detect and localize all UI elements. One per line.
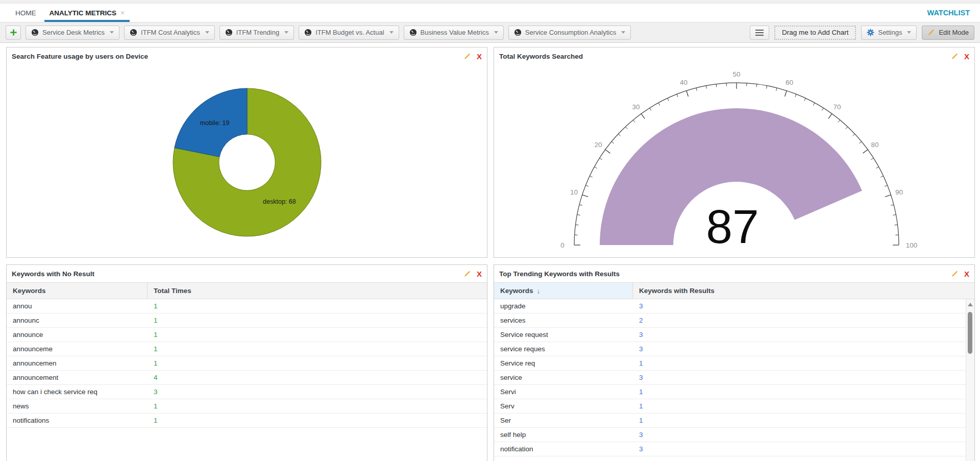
value-cell: 1 [148,317,164,324]
value-cell: 4 [148,374,164,381]
table-row[interactable]: notifications1 [7,414,487,428]
menu-label: Service Consumption Analytics [525,29,616,36]
column-header-total-times[interactable]: Total Times [148,283,198,299]
panel-title: Total Keywords Searched [499,53,583,60]
close-panel-icon[interactable]: X [964,53,969,60]
table-row[interactable]: Service request3 [494,328,974,342]
keyword-cell: Serv [494,402,633,410]
table-row[interactable]: upgrade3 [494,299,974,313]
close-panel-icon[interactable]: X [964,270,969,278]
table-header-row: Keywords Total Times [7,282,487,299]
value-cell: 1 [148,402,164,410]
svg-text:87: 87 [706,200,758,253]
menu-service-desk-metrics[interactable]: Service Desk Metrics [26,26,119,40]
close-panel-icon[interactable]: X [477,53,482,60]
table-row[interactable]: Ser1 [494,414,974,428]
table-row[interactable]: Servi1 [494,385,974,399]
table-row[interactable]: annou1 [7,299,487,313]
hamburger-icon [755,30,764,31]
table-header-row: Keywords ↓ Keywords with Results [494,282,974,299]
table-row[interactable]: services2 [494,313,974,328]
svg-text:60: 60 [786,79,793,86]
window-top-strip [0,0,980,4]
panel-title: Keywords with No Result [12,270,94,278]
menu-itfm-budget-vs-actual[interactable]: ITFM Budget vs. Actual [299,26,399,40]
panel-actions: X [951,270,969,278]
keyword-cell: Ser [494,417,633,424]
add-button[interactable] [6,26,21,40]
chevron-down-icon [205,31,209,34]
close-tab-icon[interactable]: × [120,9,125,17]
table-row[interactable]: announce1 [7,328,487,342]
watchlist-link[interactable]: WATCHLIST [927,9,970,17]
value-cell: 3 [633,374,649,381]
table-row[interactable]: notification3 [494,442,974,456]
value-cell: 2 [633,317,649,324]
edit-panel-icon[interactable] [463,270,471,278]
column-header-keywords-sorted[interactable]: Keywords ↓ [494,283,633,299]
table-row[interactable]: how can i check service req3 [7,385,487,399]
vertical-scrollbar[interactable] [966,299,974,461]
column-header-label: Keywords [500,287,533,295]
edit-panel-icon[interactable] [951,53,959,60]
table-row[interactable]: news1 [7,399,487,414]
drag-to-add-chart-handle[interactable]: Drag me to Add Chart [774,26,856,40]
gauge-icon [225,29,233,36]
value-cell: 1 [633,417,649,424]
table-row[interactable]: Service req1 [494,356,974,371]
tab-bar: HOME ANALYTIC METRICS × WATCHLIST [0,4,980,22]
svg-text:desktop: 68: desktop: 68 [263,198,296,205]
scrollbar-thumb[interactable] [968,312,972,354]
panel-actions: X [951,53,969,60]
value-cell: 1 [633,402,649,410]
table-row[interactable]: announcement4 [7,371,487,385]
close-panel-icon[interactable]: X [477,270,482,278]
table-body: annou1announc1announce1announceme1announ… [7,299,487,428]
value-cell: 1 [633,359,649,367]
sort-descending-icon: ↓ [537,287,541,295]
panel-title: Search Feature usage by users on Device [12,53,148,60]
svg-text:80: 80 [871,141,879,149]
column-header-keywords-with-results[interactable]: Keywords with Results [633,283,721,299]
toolbar-right-group: Drag me to Add Chart [750,26,974,40]
settings-button[interactable]: Settings [861,26,917,40]
keyword-cell: self help [494,431,633,439]
edit-panel-icon[interactable] [463,53,471,60]
table-row[interactable]: announcemen1 [7,356,487,371]
chevron-down-icon [110,31,114,34]
value-cell: 1 [148,345,164,353]
svg-text:70: 70 [833,103,841,111]
value-cell: 1 [633,388,649,396]
scroll-up-arrow-icon[interactable] [968,303,973,306]
tab-analytic-metrics[interactable]: ANALYTIC METRICS × [44,4,130,22]
table-row[interactable]: service3 [494,371,974,385]
table-row[interactable]: service reques3 [494,342,974,356]
panel-keywords-no-result: Keywords with No Result X Keywords Total… [6,264,487,461]
svg-text:mobile: 19: mobile: 19 [200,119,230,127]
menu-label: ITFM Cost Analytics [141,29,200,36]
menu-service-consumption-analytics[interactable]: Service Consumption Analytics [508,26,631,40]
keyword-cell: Service req [494,359,633,367]
table-row[interactable]: Serv1 [494,399,974,414]
menu-itfm-trending[interactable]: ITFM Trending [219,26,295,40]
value-cell: 3 [633,445,649,453]
panel-header: Search Feature usage by users on Device … [7,47,487,65]
donut-chart: desktop: 68mobile: 19 [7,65,487,257]
panel-top-trending-keywords: Top Trending Keywords with Results X Key… [494,264,975,461]
edit-mode-button[interactable]: Edit Mode [922,26,974,40]
table-row[interactable]: announc1 [7,313,487,328]
svg-text:10: 10 [570,188,578,196]
gauge-icon [304,29,312,36]
table-row[interactable]: announceme1 [7,342,487,356]
table-row[interactable]: self help3 [494,428,974,442]
edit-panel-icon[interactable] [951,270,959,278]
column-header-keywords[interactable]: Keywords [7,283,148,299]
list-view-button[interactable] [750,26,769,40]
chevron-down-icon [494,31,498,34]
menu-label: Service Desk Metrics [42,29,105,36]
menu-itfm-cost-analytics[interactable]: ITFM Cost Analytics [124,26,215,40]
chevron-down-icon [907,31,911,34]
tab-home[interactable]: HOME [10,4,41,22]
menu-business-value-metrics[interactable]: Business Value Metrics [404,26,504,40]
menu-label: Business Value Metrics [421,29,489,36]
